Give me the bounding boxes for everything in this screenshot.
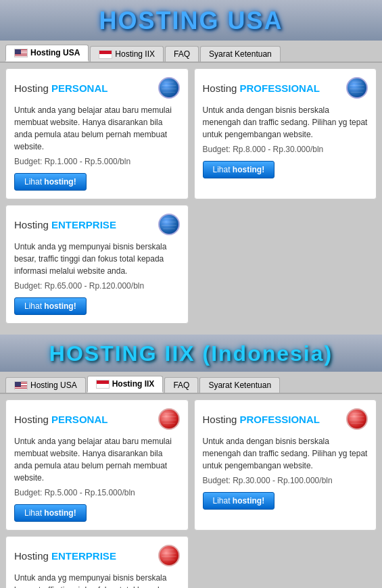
iix-personal-budget: Budget: Rp.5.000 - Rp.15.000/bln xyxy=(14,488,180,497)
usa-flag-icon xyxy=(14,49,28,57)
usa-card-personal: Hosting PERSONAL Untuk anda yang belajar… xyxy=(5,68,189,199)
iix-professional-lihat-btn[interactable]: Lihat hosting! xyxy=(203,492,275,510)
iix-tab-syarat[interactable]: Syarat Ketentuan xyxy=(199,377,280,393)
usa-enterprise-desc: Untuk anda yg mempunyai bisnis berskala … xyxy=(14,241,180,277)
iix-enterprise-globe-icon xyxy=(158,545,180,566)
usa-card-enterprise-title: Hosting ENTERPRISE xyxy=(14,219,116,230)
usa-professional-globe-icon xyxy=(346,77,368,99)
iix-card-personal: Hosting PERSONAL Untuk anda yang belajar… xyxy=(5,399,189,531)
usa-title: HOSTING USA xyxy=(0,7,382,35)
iix-professional-globe-icon xyxy=(346,408,368,430)
iix-personal-globe-icon xyxy=(158,408,180,430)
iix-card-professional-title-row: Hosting PROFESSIONAL xyxy=(203,408,368,430)
iix-card-professional: Hosting PROFESSIONAL Untuk anda dengan b… xyxy=(194,399,377,531)
iix-header: HOSTING IIX (Indonesia) xyxy=(0,335,382,372)
usa-tab-faq[interactable]: FAQ xyxy=(165,46,199,62)
iix-title: HOSTING IIX (Indonesia) xyxy=(0,341,382,366)
usa-cards-row-1: Hosting PERSONAL Untuk anda yang belajar… xyxy=(5,68,377,199)
iix-tabs-bar: Hosting USA Hosting IIX FAQ Syarat Keten… xyxy=(0,372,382,394)
usa-tab-syarat[interactable]: Syarat Ketentuan xyxy=(200,46,281,62)
usa-card-professional-title: Hosting PROFESSIONAL xyxy=(203,82,320,94)
iix-enterprise-desc: Untuk anda yg mempunyai bisnis berskala … xyxy=(14,572,180,588)
usa-card-personal-title-row: Hosting PERSONAL xyxy=(14,77,180,99)
iix-tab-hosting-iix[interactable]: Hosting IIX xyxy=(87,376,164,393)
iix-tab-label-syarat: Syarat Ketentuan xyxy=(208,381,271,390)
usa-content: Hosting PERSONAL Untuk anda yang belajar… xyxy=(0,63,382,335)
usa-professional-lihat-btn[interactable]: Lihat hosting! xyxy=(203,161,275,178)
iix-tab-hosting-usa[interactable]: Hosting USA xyxy=(5,377,86,393)
usa-enterprise-budget: Budget: Rp.65.000 - Rp.120.000/bln xyxy=(14,281,180,291)
usa-tab-label-syarat: Syarat Ketentuan xyxy=(209,49,272,59)
usa-card-professional-title-row: Hosting PROFESSIONAL xyxy=(203,77,368,99)
iix-card-professional-title: Hosting PROFESSIONAL xyxy=(203,414,320,425)
iix-personal-lihat-btn[interactable]: Lihat hosting! xyxy=(14,504,87,522)
iix-tab-label-iix: Hosting IIX xyxy=(112,379,155,389)
iix-professional-desc: Untuk anda dengan bisnis berskala meneng… xyxy=(203,435,368,472)
usa-tab-label-iix: Hosting IIX xyxy=(115,49,155,59)
iix-card-enterprise-title: Hosting ENTERPRISE xyxy=(14,550,116,562)
iix-iix-flag-icon xyxy=(96,380,110,389)
usa-personal-budget: Budget: Rp.1.000 - Rp.5.000/bln xyxy=(14,157,180,166)
iix-card-enterprise: Hosting ENTERPRISE Untuk anda yg mempuny… xyxy=(5,536,189,588)
usa-enterprise-lihat-btn[interactable]: Lihat hosting! xyxy=(14,297,87,315)
usa-card-professional: Hosting PROFESSIONAL Untuk anda dengan b… xyxy=(194,68,377,199)
iix-card-enterprise-title-row: Hosting ENTERPRISE xyxy=(14,545,180,566)
iix-professional-budget: Budget: Rp.30.000 - Rp.100.000/bln xyxy=(203,476,368,485)
usa-cards-row-2: Hosting ENTERPRISE Untuk anda yg mempuny… xyxy=(5,205,377,324)
iix-tab-label-faq: FAQ xyxy=(173,381,189,390)
usa-tab-hosting-iix[interactable]: Hosting IIX xyxy=(90,46,164,62)
usa-personal-lihat-btn[interactable]: Lihat hosting! xyxy=(14,173,87,191)
usa-tab-label-faq: FAQ xyxy=(174,49,190,59)
iix-cards-row-1: Hosting PERSONAL Untuk anda yang belajar… xyxy=(5,399,377,531)
usa-professional-budget: Budget: Rp.8.000 - Rp.30.000/bln xyxy=(203,145,368,154)
usa-tab-hosting-usa[interactable]: Hosting USA xyxy=(5,45,89,62)
usa-header: HOSTING USA xyxy=(0,0,382,41)
iix-usa-flag-icon xyxy=(14,381,28,390)
usa-section: HOSTING USA Hosting USA Hosting IIX FAQ … xyxy=(0,0,382,335)
usa-tab-label-usa: Hosting USA xyxy=(30,48,80,57)
usa-personal-desc: Untuk anda yang belajar atau baru memula… xyxy=(14,104,180,153)
iix-card-personal-title: Hosting PERSONAL xyxy=(14,414,108,425)
usa-card-personal-title: Hosting PERSONAL xyxy=(14,82,108,94)
usa-card-enterprise: Hosting ENTERPRISE Untuk anda yg mempuny… xyxy=(5,205,189,324)
iix-personal-desc: Untuk anda yang belajar atau baru memula… xyxy=(14,435,180,484)
iix-tab-faq[interactable]: FAQ xyxy=(164,377,198,393)
iix-card-personal-title-row: Hosting PERSONAL xyxy=(14,408,180,430)
usa-tabs-bar: Hosting USA Hosting IIX FAQ Syarat Keten… xyxy=(0,41,382,63)
iix-tab-label-usa: Hosting USA xyxy=(30,381,77,390)
iix-cards-row-2: Hosting ENTERPRISE Untuk anda yg mempuny… xyxy=(5,536,377,588)
usa-personal-globe-icon xyxy=(158,77,180,99)
usa-professional-desc: Untuk anda dengan bisnis berskala meneng… xyxy=(203,104,368,141)
usa-card-enterprise-title-row: Hosting ENTERPRISE xyxy=(14,214,180,235)
usa-enterprise-globe-icon xyxy=(158,214,180,235)
iix-section: HOSTING IIX (Indonesia) Hosting USA Host… xyxy=(0,335,382,588)
iix-content: Hosting PERSONAL Untuk anda yang belajar… xyxy=(0,394,382,588)
iix-flag-icon xyxy=(99,50,112,59)
